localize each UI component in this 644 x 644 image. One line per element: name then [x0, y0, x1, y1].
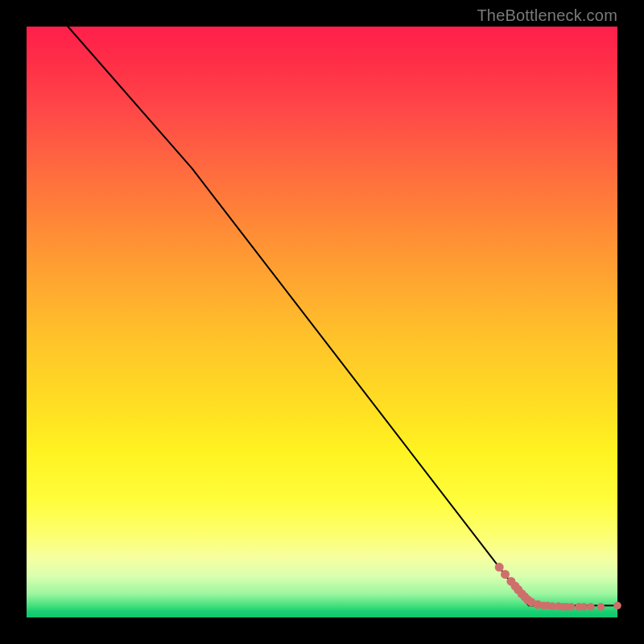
- chart-frame: TheBottleneck.com: [0, 0, 644, 644]
- scatter-dot: [580, 603, 588, 611]
- scatter-dot: [501, 570, 510, 579]
- bottleneck-curve: [68, 27, 617, 605]
- scatter-dot: [587, 603, 595, 611]
- watermark-text: TheBottleneck.com: [477, 6, 617, 25]
- scatter-dot: [568, 603, 576, 611]
- scatter-dot: [613, 602, 621, 610]
- scatter-dot: [495, 563, 504, 572]
- chart-overlay: [27, 27, 617, 617]
- scatter-dot: [597, 603, 605, 611]
- scatter-points: [495, 563, 621, 611]
